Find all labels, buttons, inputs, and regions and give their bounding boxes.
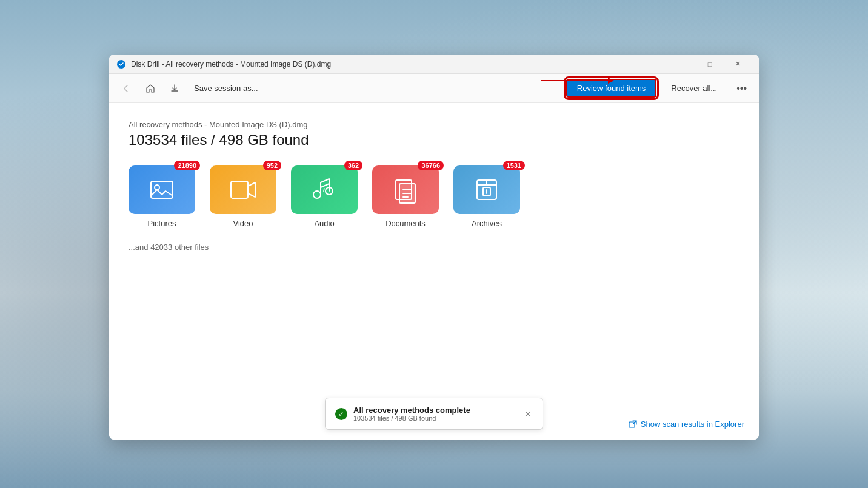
external-link-icon [629,420,637,429]
review-found-items-button[interactable]: Review found items [566,79,656,98]
svg-point-2 [155,185,159,190]
svg-point-4 [313,191,321,198]
archives-label: Archives [472,219,502,228]
minimize-button[interactable]: — [668,55,696,74]
pictures-icon-bg: 21890 [129,165,195,214]
notification-title: All recovery methods complete [353,406,517,415]
main-content: All recovery methods - Mounted Image DS … [109,103,759,440]
notification-subtitle: 103534 files / 498 GB found [353,415,517,422]
pictures-label: Pictures [148,219,176,228]
pictures-badge: 21890 [174,161,200,170]
recover-all-button[interactable]: Recover all... [661,80,727,96]
audio-label: Audio [314,219,334,228]
documents-label: Documents [386,219,426,228]
video-icon-bg: 952 [210,165,276,214]
notification-text: All recovery methods complete 103534 fil… [353,406,517,422]
video-label: Video [233,219,253,228]
svg-rect-1 [151,181,173,198]
window-controls: — □ ✕ [668,55,752,74]
video-badge: 952 [263,161,281,170]
maximize-button[interactable]: □ [696,55,724,74]
notification-close-button[interactable]: ✕ [523,408,533,420]
audio-badge: 362 [344,161,362,170]
page-subtitle: All recovery methods - Mounted Image DS … [129,120,739,129]
title-bar: Disk Drill - All recovery methods - Moun… [109,55,759,74]
close-button[interactable]: ✕ [724,55,752,74]
save-session-icon[interactable] [165,79,184,98]
toolbar-wrapper: Save session as... Review found items Re… [109,74,759,103]
documents-icon-bg: 36766 [372,165,439,214]
toolbar: Save session as... Review found items Re… [109,74,759,103]
scan-results-link[interactable]: Show scan results in Explorer [629,419,744,429]
category-documents[interactable]: 36766 Documents [372,165,439,228]
back-button[interactable] [116,79,136,98]
archives-icon-bg: 1531 [453,165,520,214]
audio-icon-bg: 362 [291,165,358,214]
home-button[interactable] [141,79,160,98]
app-window: Disk Drill - All recovery methods - Moun… [109,55,759,440]
category-video[interactable]: 952 Video [210,165,276,228]
svg-rect-16 [629,422,635,427]
category-audio[interactable]: 362 Audio [291,165,358,228]
app-icon [116,59,126,69]
more-options-button[interactable]: ••• [732,79,752,98]
category-pictures[interactable]: 21890 Pictures [129,165,195,228]
archives-badge: 1531 [503,161,525,170]
notification-bar: ✓ All recovery methods complete 103534 f… [325,398,543,430]
save-session-label[interactable]: Save session as... [189,81,263,95]
svg-rect-3 [231,181,248,198]
category-list: 21890 Pictures 952 [129,165,739,228]
window-title: Disk Drill - All recovery methods - Moun… [131,60,668,69]
scan-results-label: Show scan results in Explorer [641,419,744,429]
category-archives[interactable]: 1531 Archives [453,165,520,228]
success-icon: ✓ [335,408,347,420]
scan-result-title: 103534 files / 498 GB found [129,132,739,149]
other-files-text: ...and 42033 other files [129,242,739,252]
documents-badge: 36766 [418,161,444,170]
